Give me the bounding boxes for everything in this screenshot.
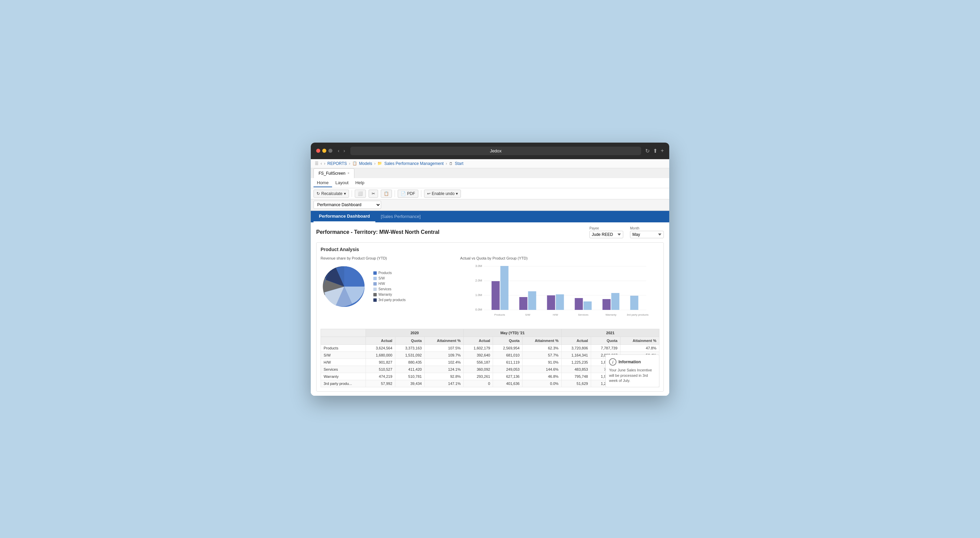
svg-text:Warranty: Warranty bbox=[605, 313, 616, 316]
table-section: 2020 May (YTD) '21 2021 Actual Quota Att… bbox=[321, 329, 659, 387]
breadcrumb-next-icon[interactable]: › bbox=[324, 161, 325, 166]
th-product bbox=[321, 329, 366, 336]
enable-undo-button[interactable]: ↩ Enable undo ▾ bbox=[424, 190, 461, 198]
legend-color-services bbox=[373, 287, 377, 291]
cell-ytd-quota: 627,136 bbox=[493, 373, 522, 380]
breadcrumb-sep-1: › bbox=[349, 161, 350, 166]
start-icon: 🗒 bbox=[449, 162, 453, 166]
tab-label: FS_FullScreen bbox=[318, 171, 345, 176]
legend-label-sw: S/W bbox=[379, 276, 385, 280]
models-icon: 📋 bbox=[352, 161, 357, 166]
minimize-button[interactable] bbox=[322, 149, 326, 153]
cell-2020-att: 92.8% bbox=[425, 373, 464, 380]
table-row: Products 3,624,564 3,373,163 107.5% 1,60… bbox=[321, 344, 659, 351]
cut-button[interactable]: ✂ bbox=[369, 190, 378, 198]
info-icon: i bbox=[609, 358, 616, 366]
view-selector[interactable]: Performance Dashboard bbox=[313, 201, 381, 209]
cell-2020-att: 109.7% bbox=[425, 351, 464, 359]
month-selector[interactable]: May bbox=[630, 231, 664, 238]
cell-2020-quota: 3,373,163 bbox=[395, 344, 425, 351]
breadcrumb-start[interactable]: Start bbox=[455, 161, 463, 166]
svg-rect-18 bbox=[611, 293, 619, 310]
info-box: i Information Your June Sales Incentive … bbox=[605, 354, 659, 387]
share-button[interactable]: ⬆ bbox=[653, 148, 657, 154]
sales-tab-label: [Sales Performance] bbox=[381, 214, 421, 219]
pie-chart-container: Revenue share by Product Group (YTD) bbox=[321, 256, 453, 324]
cell-ytd-att: 144.6% bbox=[522, 366, 562, 373]
tab-fs-fullscreen[interactable]: FS_FullScreen × bbox=[313, 168, 355, 178]
svg-rect-13 bbox=[547, 295, 555, 310]
legend-color-products bbox=[373, 271, 377, 275]
product-analysis-section: Product Analysis Revenue share by Produc… bbox=[316, 242, 664, 392]
payee-selector[interactable]: Jude REED bbox=[589, 231, 623, 238]
copy-button[interactable]: ⬜ bbox=[355, 190, 366, 198]
svg-text:H/W: H/W bbox=[553, 313, 558, 316]
menu-layout[interactable]: Layout bbox=[332, 179, 352, 187]
recalculate-button[interactable]: ↻ Recalculate ▾ bbox=[313, 190, 349, 198]
cell-ytd-actual: 392,640 bbox=[464, 351, 493, 359]
breadcrumb-reports[interactable]: REPORTS bbox=[327, 161, 347, 166]
cell-name: H/W bbox=[321, 359, 366, 366]
dropdown-row: Performance Dashboard bbox=[311, 199, 669, 211]
legend-label-products: Products bbox=[379, 271, 391, 275]
tab-performance-dashboard[interactable]: Performance Dashboard bbox=[313, 211, 375, 222]
legend-color-warranty bbox=[373, 293, 377, 296]
menu-home[interactable]: Home bbox=[313, 179, 332, 187]
breadcrumb-models[interactable]: Models bbox=[359, 161, 372, 166]
th-name bbox=[321, 336, 366, 344]
legend-item-hw: H/W bbox=[373, 282, 406, 286]
forward-button[interactable]: › bbox=[342, 148, 347, 154]
cell-ytd-quota: 2,569,954 bbox=[493, 344, 522, 351]
cell-ytd-actual: 360,092 bbox=[464, 366, 493, 373]
close-button[interactable] bbox=[316, 149, 320, 153]
pdf-button[interactable]: 📄 PDF bbox=[398, 190, 418, 198]
legend-item-services: Services bbox=[373, 287, 406, 291]
cell-2020-att: 124.1% bbox=[425, 366, 464, 373]
legend-color-hw bbox=[373, 282, 377, 286]
svg-text:3rd party products: 3rd party products bbox=[627, 313, 648, 316]
paste-button[interactable]: 📋 bbox=[381, 190, 392, 198]
cell-2021-actual: 51,629 bbox=[562, 380, 591, 387]
new-tab-button[interactable]: + bbox=[661, 148, 664, 154]
tab-bar: FS_FullScreen × bbox=[311, 168, 669, 178]
svg-rect-9 bbox=[492, 281, 500, 310]
th-2020: 2020 bbox=[366, 329, 464, 336]
svg-text:3.0M: 3.0M bbox=[475, 264, 482, 268]
svg-text:Services: Services bbox=[578, 313, 589, 316]
breadcrumb-spm[interactable]: Sales Performance Management bbox=[384, 161, 443, 166]
back-button[interactable]: ‹ bbox=[336, 148, 341, 154]
browser-chrome: ‹ › Jedox ↻ ⬆ + bbox=[311, 143, 669, 159]
folder-icon: 📁 bbox=[377, 161, 382, 166]
dashboard-header: Performance - Territory: MW-West North C… bbox=[316, 227, 664, 238]
content-area: Performance Dashboard [Sales Performance… bbox=[311, 211, 669, 396]
month-label: Month bbox=[630, 227, 640, 230]
cell-ytd-actual: 293,261 bbox=[464, 373, 493, 380]
cell-ytd-att: 0.0% bbox=[522, 380, 562, 387]
toolbar: ↻ Recalculate ▾ ⬜ ✂ 📋 📄 PDF ↩ Enabl bbox=[311, 188, 669, 199]
cell-name: Products bbox=[321, 344, 366, 351]
menu-help[interactable]: Help bbox=[352, 179, 368, 187]
payee-label: Payee bbox=[589, 227, 599, 230]
address-bar[interactable]: Jedox bbox=[350, 147, 641, 155]
cell-2020-actual: 510,527 bbox=[366, 366, 395, 373]
tab-close-icon[interactable]: × bbox=[347, 171, 349, 175]
cut-icon: ✂ bbox=[372, 191, 375, 196]
reload-button[interactable]: ↻ bbox=[645, 148, 650, 154]
charts-row: Revenue share by Product Group (YTD) bbox=[321, 256, 659, 324]
pdf-label: PDF bbox=[407, 191, 415, 196]
cell-ytd-quota: 611,119 bbox=[493, 359, 522, 366]
traffic-lights bbox=[316, 149, 332, 153]
breadcrumb-prev-icon[interactable]: ‹ bbox=[321, 161, 322, 166]
cell-2021-actual: 483,853 bbox=[562, 366, 591, 373]
cell-2020-quota: 411,420 bbox=[395, 366, 425, 373]
legend-label-3rdparty: 3rd party products bbox=[379, 298, 406, 302]
cell-ytd-att: 46.8% bbox=[522, 373, 562, 380]
tab-sales-performance[interactable]: [Sales Performance] bbox=[375, 211, 426, 222]
svg-rect-10 bbox=[500, 266, 508, 310]
cell-2020-att: 107.5% bbox=[425, 344, 464, 351]
pie-chart-wrapper: Products S/W H/W bbox=[321, 263, 453, 310]
cell-name: Warranty bbox=[321, 373, 366, 380]
cell-ytd-actual: 1,602,179 bbox=[464, 344, 493, 351]
svg-rect-16 bbox=[583, 302, 592, 310]
maximize-button[interactable] bbox=[328, 149, 332, 153]
